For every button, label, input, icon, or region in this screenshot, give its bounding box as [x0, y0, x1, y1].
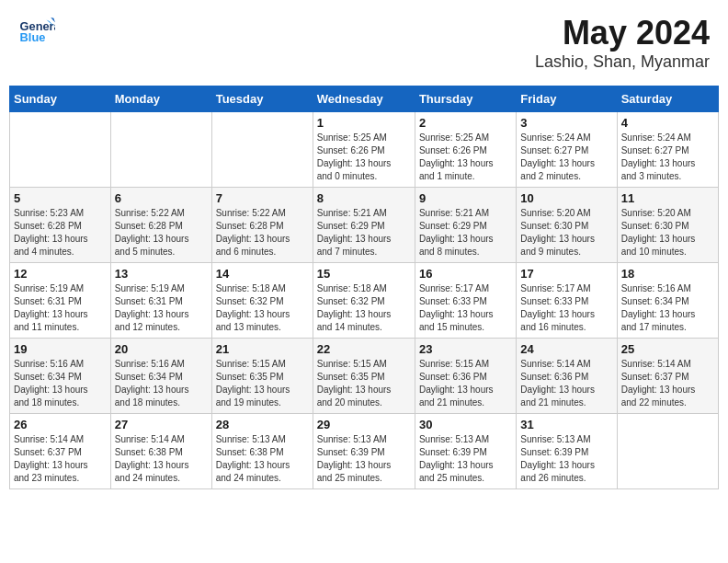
day-info: Sunrise: 5:20 AMSunset: 6:30 PMDaylight:…	[520, 207, 612, 259]
day-number: 20	[115, 342, 208, 356]
calendar-cell: 7Sunrise: 5:22 AMSunset: 6:28 PMDaylight…	[211, 188, 313, 263]
page-header: General Blue May 2024 Lashio, Shan, Myan…	[9, 9, 719, 76]
weekday-header: Friday	[517, 86, 617, 112]
day-number: 23	[419, 342, 512, 356]
day-number: 7	[216, 191, 309, 205]
calendar-cell: 20Sunrise: 5:16 AMSunset: 6:34 PMDayligh…	[110, 339, 211, 414]
day-info: Sunrise: 5:25 AMSunset: 6:26 PMDaylight:…	[317, 132, 411, 183]
calendar-cell: 5Sunrise: 5:23 AMSunset: 6:28 PMDaylight…	[10, 188, 111, 263]
weekday-header: Wednesday	[313, 86, 415, 112]
logo: General Blue	[18, 14, 55, 51]
calendar-cell: 10Sunrise: 5:20 AMSunset: 6:30 PMDayligh…	[517, 188, 617, 263]
calendar-cell	[10, 112, 111, 188]
calendar-cell: 16Sunrise: 5:17 AMSunset: 6:33 PMDayligh…	[415, 263, 516, 339]
day-number: 2	[419, 116, 512, 130]
day-number: 16	[419, 267, 512, 281]
weekday-header: Thursday	[415, 86, 516, 112]
calendar-cell: 29Sunrise: 5:13 AMSunset: 6:39 PMDayligh…	[313, 414, 415, 489]
calendar-cell: 6Sunrise: 5:22 AMSunset: 6:28 PMDaylight…	[110, 188, 211, 263]
weekday-header-row: SundayMondayTuesdayWednesdayThursdayFrid…	[10, 86, 719, 112]
calendar-cell: 18Sunrise: 5:16 AMSunset: 6:34 PMDayligh…	[617, 263, 718, 339]
calendar-cell: 30Sunrise: 5:13 AMSunset: 6:39 PMDayligh…	[415, 414, 516, 489]
day-info: Sunrise: 5:14 AMSunset: 6:36 PMDaylight:…	[520, 358, 612, 409]
day-number: 13	[115, 267, 208, 281]
day-info: Sunrise: 5:16 AMSunset: 6:34 PMDaylight:…	[621, 282, 714, 334]
weekday-header: Monday	[110, 86, 211, 112]
day-number: 3	[520, 116, 612, 130]
calendar-cell: 26Sunrise: 5:14 AMSunset: 6:37 PMDayligh…	[10, 414, 111, 489]
day-info: Sunrise: 5:16 AMSunset: 6:34 PMDaylight:…	[115, 358, 208, 409]
day-number: 17	[520, 267, 612, 281]
calendar-cell: 15Sunrise: 5:18 AMSunset: 6:32 PMDayligh…	[313, 263, 415, 339]
day-info: Sunrise: 5:17 AMSunset: 6:33 PMDaylight:…	[419, 282, 512, 334]
day-info: Sunrise: 5:17 AMSunset: 6:33 PMDaylight:…	[520, 282, 612, 334]
day-info: Sunrise: 5:20 AMSunset: 6:30 PMDaylight:…	[621, 207, 714, 259]
day-info: Sunrise: 5:13 AMSunset: 6:39 PMDaylight:…	[419, 433, 512, 485]
day-info: Sunrise: 5:23 AMSunset: 6:28 PMDaylight:…	[14, 207, 107, 259]
page-subtitle: Lashio, Shan, Myanmar	[535, 52, 710, 72]
day-number: 5	[14, 191, 107, 205]
day-number: 31	[520, 418, 612, 431]
calendar-cell: 2Sunrise: 5:25 AMSunset: 6:26 PMDaylight…	[415, 112, 516, 188]
calendar-cell: 12Sunrise: 5:19 AMSunset: 6:31 PMDayligh…	[10, 263, 111, 339]
calendar-cell: 13Sunrise: 5:19 AMSunset: 6:31 PMDayligh…	[110, 263, 211, 339]
day-info: Sunrise: 5:21 AMSunset: 6:29 PMDaylight:…	[419, 207, 512, 259]
day-info: Sunrise: 5:24 AMSunset: 6:27 PMDaylight:…	[520, 132, 612, 183]
calendar-cell: 23Sunrise: 5:15 AMSunset: 6:36 PMDayligh…	[415, 339, 516, 414]
day-number: 29	[317, 418, 411, 431]
day-info: Sunrise: 5:24 AMSunset: 6:27 PMDaylight:…	[621, 132, 714, 183]
day-info: Sunrise: 5:14 AMSunset: 6:37 PMDaylight:…	[621, 358, 714, 409]
day-number: 1	[317, 116, 411, 130]
calendar-cell: 3Sunrise: 5:24 AMSunset: 6:27 PMDaylight…	[517, 112, 617, 188]
weekday-header: Sunday	[10, 86, 111, 112]
calendar-cell: 22Sunrise: 5:15 AMSunset: 6:35 PMDayligh…	[313, 339, 415, 414]
weekday-header: Saturday	[617, 86, 718, 112]
svg-text:Blue: Blue	[20, 30, 46, 44]
day-number: 24	[520, 342, 612, 356]
calendar-cell: 24Sunrise: 5:14 AMSunset: 6:36 PMDayligh…	[517, 339, 617, 414]
calendar-cell	[211, 112, 313, 188]
calendar-cell: 11Sunrise: 5:20 AMSunset: 6:30 PMDayligh…	[617, 188, 718, 263]
calendar-cell: 21Sunrise: 5:15 AMSunset: 6:35 PMDayligh…	[211, 339, 313, 414]
day-info: Sunrise: 5:14 AMSunset: 6:38 PMDaylight:…	[115, 433, 208, 485]
day-number: 30	[419, 418, 512, 431]
day-number: 22	[317, 342, 411, 356]
day-info: Sunrise: 5:15 AMSunset: 6:35 PMDaylight:…	[216, 358, 309, 409]
title-block: May 2024 Lashio, Shan, Myanmar	[535, 14, 710, 72]
day-number: 21	[216, 342, 309, 356]
day-info: Sunrise: 5:19 AMSunset: 6:31 PMDaylight:…	[14, 282, 107, 334]
day-number: 25	[621, 342, 714, 356]
day-number: 26	[14, 418, 107, 431]
calendar-cell: 1Sunrise: 5:25 AMSunset: 6:26 PMDaylight…	[313, 112, 415, 188]
day-number: 12	[14, 267, 107, 281]
day-number: 27	[115, 418, 208, 431]
day-number: 9	[419, 191, 512, 205]
day-number: 10	[520, 191, 612, 205]
calendar-week-row: 5Sunrise: 5:23 AMSunset: 6:28 PMDaylight…	[10, 188, 719, 263]
day-number: 18	[621, 267, 714, 281]
day-info: Sunrise: 5:15 AMSunset: 6:35 PMDaylight:…	[317, 358, 411, 409]
calendar-cell: 14Sunrise: 5:18 AMSunset: 6:32 PMDayligh…	[211, 263, 313, 339]
day-number: 28	[216, 418, 309, 431]
calendar-cell	[617, 414, 718, 489]
day-info: Sunrise: 5:18 AMSunset: 6:32 PMDaylight:…	[216, 282, 309, 334]
day-number: 14	[216, 267, 309, 281]
day-info: Sunrise: 5:22 AMSunset: 6:28 PMDaylight:…	[216, 207, 309, 259]
day-info: Sunrise: 5:13 AMSunset: 6:39 PMDaylight:…	[317, 433, 411, 485]
calendar-cell: 31Sunrise: 5:13 AMSunset: 6:39 PMDayligh…	[517, 414, 617, 489]
page-title: May 2024	[535, 14, 710, 52]
day-number: 15	[317, 267, 411, 281]
calendar-week-row: 19Sunrise: 5:16 AMSunset: 6:34 PMDayligh…	[10, 339, 719, 414]
calendar-cell: 4Sunrise: 5:24 AMSunset: 6:27 PMDaylight…	[617, 112, 718, 188]
calendar-cell: 8Sunrise: 5:21 AMSunset: 6:29 PMDaylight…	[313, 188, 415, 263]
calendar-cell: 9Sunrise: 5:21 AMSunset: 6:29 PMDaylight…	[415, 188, 516, 263]
day-info: Sunrise: 5:15 AMSunset: 6:36 PMDaylight:…	[419, 358, 512, 409]
calendar-cell: 17Sunrise: 5:17 AMSunset: 6:33 PMDayligh…	[517, 263, 617, 339]
calendar-week-row: 1Sunrise: 5:25 AMSunset: 6:26 PMDaylight…	[10, 112, 719, 188]
day-number: 4	[621, 116, 714, 130]
calendar-cell	[110, 112, 211, 188]
day-info: Sunrise: 5:21 AMSunset: 6:29 PMDaylight:…	[317, 207, 411, 259]
day-number: 6	[115, 191, 208, 205]
calendar-week-row: 12Sunrise: 5:19 AMSunset: 6:31 PMDayligh…	[10, 263, 719, 339]
day-info: Sunrise: 5:18 AMSunset: 6:32 PMDaylight:…	[317, 282, 411, 334]
